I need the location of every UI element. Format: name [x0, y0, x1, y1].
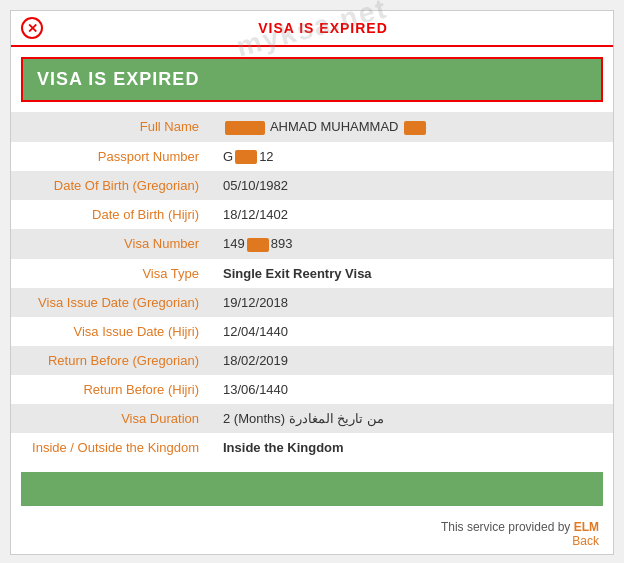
table-row: Full Name AHMAD MUHAMMAD [11, 112, 613, 142]
table-row: Visa Duration 2 (Months) من تاريخ المغاد… [11, 404, 613, 433]
redacted-block [404, 121, 426, 135]
field-value: G 12 [211, 142, 613, 172]
field-label: Return Before (Gregorian) [11, 346, 211, 375]
table-row: Passport Number G 12 [11, 142, 613, 172]
footer-elm: ELM [574, 520, 599, 534]
table-row: Date of Birth (Hijri) 18/12/1402 [11, 200, 613, 229]
green-bar-bottom [21, 472, 603, 506]
redacted-block [247, 238, 269, 252]
close-circle-icon[interactable]: ✕ [21, 17, 43, 39]
redacted-block [225, 121, 265, 135]
table-row: Visa Issue Date (Hijri) 12/04/1440 [11, 317, 613, 346]
main-container: ✕ VISA IS EXPIRED myksa.net VISA IS EXPI… [10, 10, 614, 555]
redacted-block [235, 150, 257, 164]
field-value: 2 (Months) من تاريخ المغادرة [211, 404, 613, 433]
field-value: 05/10/1982 [211, 171, 613, 200]
footer: This service provided by ELM Back [11, 516, 613, 554]
top-bar-title: VISA IS EXPIRED [43, 20, 603, 36]
field-label: Visa Issue Date (Hijri) [11, 317, 211, 346]
field-value: Single Exit Reentry Visa [211, 259, 613, 288]
field-value: 18/02/2019 [211, 346, 613, 375]
table-row: Visa Number 149 893 [11, 229, 613, 259]
visa-expired-banner: VISA IS EXPIRED [21, 57, 603, 102]
field-value: 149 893 [211, 229, 613, 259]
field-label: Date of Birth (Hijri) [11, 200, 211, 229]
field-label: Visa Duration [11, 404, 211, 433]
table-row: Date Of Birth (Gregorian) 05/10/1982 [11, 171, 613, 200]
top-bar: ✕ VISA IS EXPIRED myksa.net [11, 11, 613, 47]
table-row: Inside / Outside the Kingdom Inside the … [11, 433, 613, 462]
field-label: Return Before (Hijri) [11, 375, 211, 404]
field-label: Inside / Outside the Kingdom [11, 433, 211, 462]
field-label: Date Of Birth (Gregorian) [11, 171, 211, 200]
footer-service-text: This service provided by [441, 520, 574, 534]
table-row: Return Before (Hijri) 13/06/1440 [11, 375, 613, 404]
table-row: Visa Issue Date (Gregorian) 19/12/2018 [11, 288, 613, 317]
field-label: Visa Type [11, 259, 211, 288]
field-label: Full Name [11, 112, 211, 142]
field-value: 18/12/1402 [211, 200, 613, 229]
visa-expired-banner-text: VISA IS EXPIRED [37, 69, 199, 89]
info-table: Full Name AHMAD MUHAMMAD Passport Number… [11, 112, 613, 462]
field-value: Inside the Kingdom [211, 433, 613, 462]
field-value: 19/12/2018 [211, 288, 613, 317]
table-row: Return Before (Gregorian) 18/02/2019 [11, 346, 613, 375]
field-value: AHMAD MUHAMMAD [211, 112, 613, 142]
field-label: Passport Number [11, 142, 211, 172]
field-label: Visa Issue Date (Gregorian) [11, 288, 211, 317]
field-value: 13/06/1440 [211, 375, 613, 404]
back-button[interactable]: Back [25, 534, 599, 548]
field-label: Visa Number [11, 229, 211, 259]
close-button[interactable]: ✕ [21, 17, 43, 39]
field-value: 12/04/1440 [211, 317, 613, 346]
table-row: Visa Type Single Exit Reentry Visa [11, 259, 613, 288]
